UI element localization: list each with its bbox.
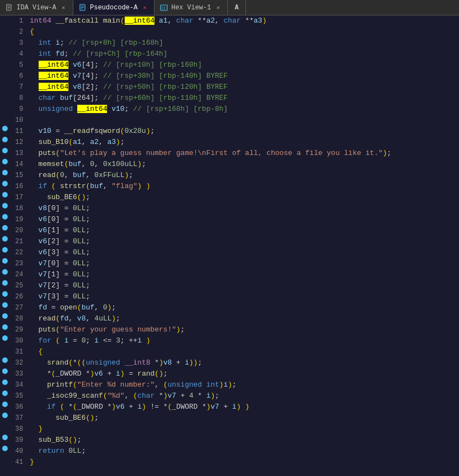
line-number-4: 4	[10, 49, 28, 60]
tab-ida-label: IDA View-A	[17, 4, 56, 12]
tab-a-label: A	[234, 4, 238, 12]
tab-pseudo-close[interactable]: ✕	[141, 4, 148, 12]
tab-pseudo-label: Pseudocode-A	[90, 4, 137, 12]
breakpoint-19[interactable]	[0, 214, 10, 220]
line-content-29: puts("Enter your guess numbers!");	[28, 324, 459, 335]
breakpoint-16[interactable]	[0, 181, 10, 186]
code-line-34: 34 printf("Enter %d number:", (unsigned …	[0, 379, 459, 391]
code-line-15: 15 read(0, buf, 0xFFuLL);	[0, 170, 459, 181]
code-line-4: 4 int fd; // [rsp+Ch] [rbp-164h]	[0, 49, 459, 60]
breakpoint-36[interactable]	[0, 402, 10, 407]
line-content-28: read(fd, v8, 4uLL);	[28, 313, 459, 324]
breakpoint-35[interactable]	[0, 391, 10, 396]
code-line-10: 10	[0, 115, 459, 126]
line-number-13: 13	[10, 148, 28, 159]
line-number-22: 22	[10, 247, 28, 258]
tab-hex-label: Hex View-1	[171, 4, 211, 12]
code-line-25: 25 v7[2] = 0LL;	[0, 280, 459, 291]
breakpoint-24[interactable]	[0, 269, 10, 275]
code-line-22: 22 v6[3] = 0LL;	[0, 247, 459, 258]
line-number-34: 34	[10, 379, 28, 391]
line-content-9: unsigned __int64 v10; // [rsp+168h] [rbp…	[28, 104, 459, 115]
line-content-17: sub_BE6();	[28, 192, 459, 203]
breakpoint-39[interactable]	[0, 435, 10, 440]
breakpoint-15[interactable]	[0, 170, 10, 175]
code-line-5: 5 __int64 v6[4]; // [rsp+10h] [rbp-160h]	[0, 60, 459, 71]
line-content-20: v6[1] = 0LL;	[28, 225, 459, 236]
breakpoint-11[interactable]	[0, 126, 10, 131]
line-number-20: 20	[10, 225, 28, 236]
breakpoint-33[interactable]	[0, 368, 10, 374]
line-number-32: 32	[10, 357, 28, 368]
tab-pseudocode-a[interactable]: Pseudocode-A ✕	[73, 0, 154, 15]
code-line-20: 20 v6[1] = 0LL;	[0, 225, 459, 236]
code-line-35: 35 _isoc99_scanf("%d", (char *)v7 + 4 * …	[0, 391, 459, 402]
line-number-30: 30	[10, 335, 28, 346]
breakpoint-30[interactable]	[0, 335, 10, 341]
line-content-38: }	[28, 424, 459, 435]
line-number-21: 21	[10, 236, 28, 247]
code-line-28: 28 read(fd, v8, 4uLL);	[0, 313, 459, 324]
line-content-23: v7[0] = 0LL;	[28, 258, 459, 269]
line-content-32: srand(*((unsigned __int8 *)v8 + i));	[28, 357, 459, 368]
line-content-5: __int64 v6[4]; // [rsp+10h] [rbp-160h]	[28, 60, 459, 71]
breakpoint-12[interactable]	[0, 137, 10, 142]
breakpoint-34[interactable]	[0, 379, 10, 385]
line-content-34: printf("Enter %d number:", (unsigned int…	[28, 379, 459, 391]
line-number-1: 1	[10, 15, 28, 26]
tab-ida-view-a[interactable]: IDA View-A ✕	[0, 0, 73, 15]
code-line-7: 7 __int64 v8[2]; // [rsp+50h] [rbp-120h]…	[0, 82, 459, 93]
breakpoint-20[interactable]	[0, 225, 10, 231]
breakpoint-29[interactable]	[0, 324, 10, 330]
line-number-11: 11	[10, 126, 28, 137]
line-content-37: sub_BE6();	[28, 413, 459, 424]
breakpoint-22[interactable]	[0, 247, 10, 253]
code-line-31: 31 {	[0, 346, 459, 357]
line-number-27: 27	[10, 302, 28, 313]
line-content-27: fd = open(buf, 0);	[28, 302, 459, 313]
line-number-24: 24	[10, 269, 28, 280]
breakpoint-14[interactable]	[0, 159, 10, 164]
code-line-40: 40 return 0LL;	[0, 446, 459, 457]
tab-hex-close[interactable]: ✕	[214, 4, 222, 12]
breakpoint-13[interactable]	[0, 148, 10, 153]
line-content-26: v7[3] = 0LL;	[28, 291, 459, 302]
line-number-31: 31	[10, 346, 28, 357]
line-content-40: return 0LL;	[28, 446, 459, 457]
tab-ida-close[interactable]: ✕	[60, 4, 67, 12]
breakpoint-17[interactable]	[0, 192, 10, 197]
line-number-37: 37	[10, 413, 28, 424]
breakpoint-37[interactable]	[0, 413, 10, 418]
line-content-14: memset(buf, 0, 0x100uLL);	[28, 159, 459, 170]
code-line-1: 1int64 __fastcall main(__int64 a1, char …	[0, 15, 459, 26]
breakpoint-18[interactable]	[0, 203, 10, 208]
line-content-13: puts("Let's play a guess number game!\nF…	[28, 148, 459, 159]
line-content-31: {	[28, 346, 459, 357]
tab-hex-view-1[interactable]: ⬡ Hex View-1 ✕	[154, 0, 228, 15]
code-line-13: 13 puts("Let's play a guess number game!…	[0, 148, 459, 159]
code-line-24: 24 v7[1] = 0LL;	[0, 269, 459, 280]
breakpoint-26[interactable]	[0, 291, 10, 297]
code-line-12: 12 sub_B10(a1, a2, a3);	[0, 137, 459, 148]
breakpoint-27[interactable]	[0, 302, 10, 308]
line-content-3: int i; // [rsp+8h] [rbp-168h]	[28, 38, 459, 49]
breakpoint-23[interactable]	[0, 258, 10, 264]
line-number-2: 2	[10, 26, 28, 38]
tab-a[interactable]: A	[228, 0, 245, 15]
line-content-19: v6[0] = 0LL;	[28, 214, 459, 225]
line-content-41: }	[28, 457, 459, 468]
code-line-2: 2{	[0, 26, 459, 38]
breakpoint-21[interactable]	[0, 236, 10, 242]
breakpoint-28[interactable]	[0, 313, 10, 319]
line-content-11: v10 = __readfsqword(0x28u);	[28, 126, 459, 137]
line-content-1: int64 __fastcall main(__int64 a1, char *…	[28, 15, 459, 26]
breakpoint-25[interactable]	[0, 280, 10, 286]
breakpoint-40[interactable]	[0, 446, 10, 451]
code-line-16: 16 if ( strstr(buf, "flag") )	[0, 181, 459, 192]
line-number-29: 29	[10, 324, 28, 335]
line-number-17: 17	[10, 192, 28, 203]
tab-bar: IDA View-A ✕ Pseudocode-A ✕ ⬡ Hex View-1…	[0, 0, 459, 15]
line-number-41: 41	[10, 457, 28, 468]
code-line-37: 37 sub_BE6();	[0, 413, 459, 424]
breakpoint-32[interactable]	[0, 357, 10, 363]
